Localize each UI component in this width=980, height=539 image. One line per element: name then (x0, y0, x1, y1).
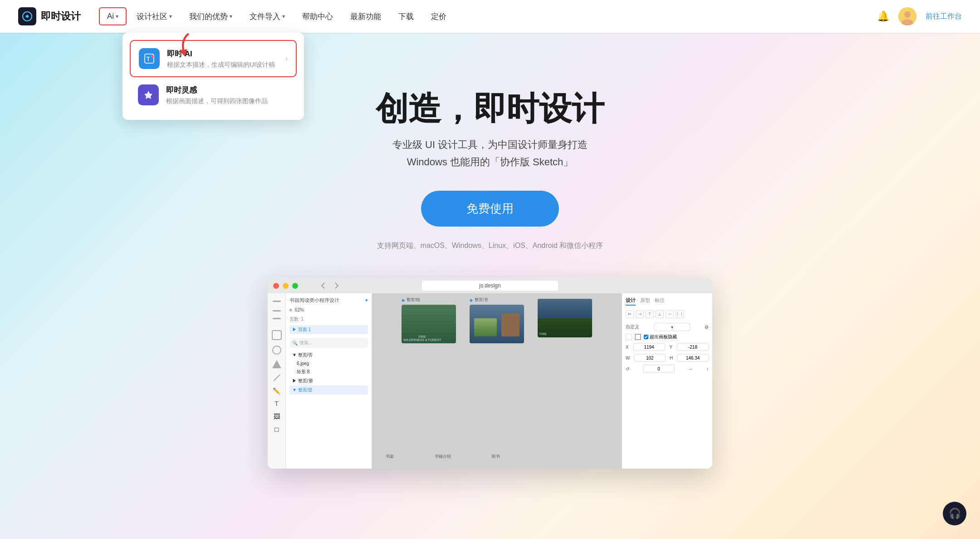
flip-icon: ↔ (688, 366, 693, 371)
editor-left-toolbar: ✏️ T 🖼 ◻ (268, 293, 286, 469)
layer-zhengye-ce[interactable]: ▶ 整页/册 (289, 376, 368, 386)
line-tool[interactable] (273, 374, 280, 381)
align-center-h[interactable]: ⊣ (636, 310, 644, 318)
align-right[interactable]: ⊤ (646, 310, 654, 318)
nav-forward-icon[interactable] (332, 281, 341, 290)
w-label: W (626, 356, 630, 361)
nav-label-community: 设计社区 (137, 11, 167, 22)
h-input[interactable] (677, 354, 709, 362)
frame-tool[interactable] (272, 330, 282, 340)
right-panel: 设计 原型 标注 ⊢ ⊣ ⊤ ⊥ ⋯ ⋮⋮ 自定义 ▾ ⚙ (622, 293, 712, 469)
nav-item-help[interactable]: 帮助中心 (295, 8, 340, 25)
x-label: X (626, 345, 629, 350)
layer-zhengye-yes[interactable]: ▼ 整页/是 (289, 386, 368, 395)
dropdown-arrow[interactable]: ▾ (365, 297, 368, 303)
stroke-color-box[interactable] (635, 334, 641, 340)
dropdown-item-jieshi-ai[interactable]: T 即时 AI 根据文本描述，生成可编辑的UI设计稿 › (130, 40, 297, 77)
component-tool[interactable]: ◻ (274, 425, 279, 433)
x-y-row: X Y (626, 343, 709, 351)
nav-item-community[interactable]: 设计社区 ▾ (129, 8, 179, 25)
text-tool[interactable]: T (274, 400, 279, 407)
nav-right: 🔔 前往工作台 (877, 7, 962, 25)
tab-annotation[interactable]: 标注 (655, 297, 665, 306)
nav-item-download[interactable]: 下载 (391, 8, 421, 25)
cta-button[interactable]: 免费使用 (421, 191, 559, 227)
traffic-light-maximize[interactable] (292, 283, 298, 289)
layer-zhengye-no[interactable]: ▼ 整页/否 (289, 351, 368, 360)
chevron-down-icon: ▾ (230, 13, 232, 20)
ellipse-tool[interactable] (272, 346, 281, 355)
nav-item-pricing[interactable]: 定价 (424, 8, 454, 25)
pen-tool[interactable]: ✏️ (273, 387, 280, 395)
layer-6jpeg[interactable]: 6.jpeg (289, 360, 368, 367)
h-label: H (670, 356, 673, 361)
traffic-light-minimize[interactable] (283, 283, 289, 289)
navbar: 即时设计 Ai ▾ 设计社区 ▾ 我们的优势 ▾ 文件导入 ▾ 帮助中心 最新功… (0, 0, 980, 33)
editor-titlebar: js.design (268, 278, 712, 293)
dropdown-item-jieshi-lingan[interactable]: 即时灵感 根据画面描述，可得到四张图像作品 (130, 77, 297, 113)
custom-dropdown[interactable]: ▾ (654, 323, 690, 331)
nav-item-ai[interactable]: Ai ▾ (99, 7, 127, 25)
tab-prototype[interactable]: 原型 (640, 297, 650, 306)
avatar[interactable] (898, 7, 916, 25)
nav-item-import[interactable]: 文件导入 ▾ (242, 8, 292, 25)
image-tool[interactable]: 🖼 (274, 413, 280, 420)
layer-rect8[interactable]: 矩形 8 (289, 367, 368, 376)
triangle-tool[interactable] (272, 360, 281, 368)
rotation-row: ↺ ↔ ↕ (626, 365, 709, 373)
support-button[interactable]: 🎧 (943, 502, 966, 525)
jieshi-ai-title: 即时 AI (167, 49, 275, 59)
search-icon: 🔍 (292, 341, 298, 346)
chevron-down-icon: ▾ (116, 13, 118, 20)
rotation-icon: ↺ (626, 366, 629, 371)
nav-item-new-features[interactable]: 最新功能 (343, 8, 388, 25)
nav-label-download: 下载 (398, 11, 414, 22)
x-input[interactable] (633, 343, 665, 351)
layer-page1[interactable]: ▶ 页面 1 (289, 325, 368, 334)
nav-label-pricing: 定价 (431, 11, 446, 22)
flip-v-icon: ↕ (706, 366, 709, 371)
editor-screenshot: js.design ✏️ T 🖼 ◻ 书籍阅读类小程 (268, 278, 712, 469)
jieshi-ai-desc: 根据文本描述，生成可编辑的UI设计稿 (167, 61, 275, 69)
dropdown-text-jieshi-lingan: 即时灵感 根据画面描述，可得到四张图像作品 (166, 85, 268, 105)
align-left[interactable]: ⊢ (626, 310, 634, 318)
nav-label-help: 帮助中心 (302, 11, 333, 22)
logo-text: 即时设计 (41, 10, 81, 23)
align-top[interactable]: ⊥ (656, 310, 664, 318)
fill-color-box[interactable] (626, 334, 632, 340)
w-input[interactable] (634, 354, 666, 362)
settings-icon[interactable]: ⚙ (705, 325, 709, 330)
align-center-v[interactable]: ⋯ (666, 310, 674, 318)
traffic-light-close[interactable] (273, 283, 279, 289)
editor-body: ✏️ T 🖼 ◻ 书籍阅读类小程序设计 ▾ ≡ 62% 页数: 1 ▶ 页面 1 (268, 293, 712, 469)
url-text: js.design (479, 282, 500, 289)
chevron-down-icon: ▾ (282, 13, 285, 20)
nav-item-advantage[interactable]: 我们的优势 ▾ (182, 8, 240, 25)
goto-workspace-button[interactable]: 前往工作台 (926, 12, 962, 21)
menu-icon[interactable] (273, 301, 281, 302)
platform-support: 支持网页端、macOS、Windows、Linux、iOS、Android 和微… (377, 241, 603, 251)
zoom-value: 62% (295, 307, 304, 312)
tab-design[interactable]: 设计 (626, 297, 636, 306)
url-bar[interactable]: js.design (422, 281, 558, 291)
logo[interactable]: 即时设计 (18, 7, 81, 25)
distribute[interactable]: ⋮⋮ (676, 310, 684, 318)
custom-row: 自定义 ▾ ⚙ (626, 323, 709, 331)
layers-panel: 书籍阅读类小程序设计 ▾ ≡ 62% 页数: 1 ▶ 页面 1 🔍 搜索... … (286, 293, 372, 469)
editor-canvas[interactable]: ◆ 整页/组 FIREWILDERNESS & FOREST ◆ 整页/否 (372, 293, 622, 469)
layer-page-count: 页数: 1 (289, 316, 368, 322)
nav-items: Ai ▾ 设计社区 ▾ 我们的优势 ▾ 文件导入 ▾ 帮助中心 最新功能 下载 … (99, 7, 877, 25)
jieshi-lingan-desc: 根据画面描述，可得到四张图像作品 (166, 97, 268, 105)
rotation-input[interactable] (643, 365, 675, 373)
chevron-down-icon: ▾ (169, 13, 172, 20)
ai-dropdown: T 即时 AI 根据文本描述，生成可编辑的UI设计稿 › 即时灵感 根据画面描述… (122, 33, 304, 120)
jieshi-lingan-icon (138, 84, 159, 105)
nav-back-icon[interactable] (319, 281, 328, 290)
headphone-icon: 🎧 (949, 508, 961, 519)
clip-checkbox[interactable] (644, 335, 648, 339)
nav-label-import: 文件导入 (250, 11, 280, 22)
search-placeholder: 搜索... (299, 340, 312, 346)
y-input[interactable] (677, 343, 709, 351)
hero-subtitle: 专业级 UI 设计工具，为中国设计师量身打造 (392, 138, 588, 152)
bell-icon[interactable]: 🔔 (877, 10, 889, 22)
